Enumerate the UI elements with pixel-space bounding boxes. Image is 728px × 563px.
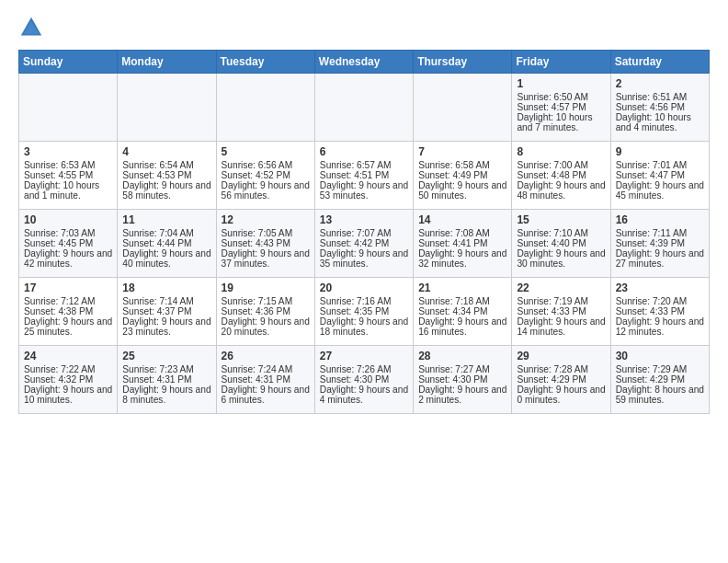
logo <box>18 15 48 40</box>
day-cell: 16Sunrise: 7:11 AMSunset: 4:39 PMDayligh… <box>610 210 709 278</box>
day-cell <box>118 74 216 142</box>
day-info: Daylight: 9 hours and 10 minutes. <box>24 385 112 405</box>
day-info: Daylight: 9 hours and 6 minutes. <box>222 385 310 405</box>
day-cell: 14Sunrise: 7:08 AMSunset: 4:41 PMDayligh… <box>414 210 512 278</box>
day-info: Sunset: 4:39 PM <box>616 238 704 248</box>
day-info: Sunset: 4:29 PM <box>517 374 605 385</box>
day-cell: 23Sunrise: 7:20 AMSunset: 4:33 PMDayligh… <box>610 278 709 346</box>
day-cell: 4Sunrise: 6:54 AMSunset: 4:53 PMDaylight… <box>118 142 216 210</box>
week-row-4: 17Sunrise: 7:12 AMSunset: 4:38 PMDayligh… <box>19 278 710 346</box>
col-header-friday: Friday <box>512 51 610 74</box>
page: SundayMondayTuesdayWednesdayThursdayFrid… <box>0 0 728 423</box>
day-number: 23 <box>616 282 704 294</box>
day-info: Sunset: 4:34 PM <box>418 306 506 316</box>
day-number: 24 <box>24 350 112 362</box>
day-info: Daylight: 9 hours and 16 minutes. <box>418 316 506 337</box>
day-info: Sunrise: 7:24 AM <box>222 364 310 374</box>
day-info: Sunrise: 7:07 AM <box>320 228 408 238</box>
day-info: Sunrise: 6:58 AM <box>418 160 506 170</box>
day-info: Daylight: 9 hours and 42 minutes. <box>24 248 112 269</box>
day-info: Sunrise: 7:29 AM <box>616 364 704 374</box>
day-info: Daylight: 9 hours and 45 minutes. <box>616 180 704 201</box>
day-cell: 11Sunrise: 7:04 AMSunset: 4:44 PMDayligh… <box>118 210 216 278</box>
day-info: Sunrise: 7:27 AM <box>418 364 506 374</box>
week-row-3: 10Sunrise: 7:03 AMSunset: 4:45 PMDayligh… <box>19 210 710 278</box>
day-info: Daylight: 10 hours and 4 minutes. <box>616 112 704 132</box>
week-row-2: 3Sunrise: 6:53 AMSunset: 4:55 PMDaylight… <box>19 142 710 210</box>
day-info: Sunrise: 7:14 AM <box>122 296 210 306</box>
day-info: Sunrise: 7:05 AM <box>222 228 310 238</box>
day-info: Sunrise: 7:11 AM <box>616 228 704 238</box>
day-cell <box>216 74 314 142</box>
day-info: Daylight: 10 hours and 1 minute. <box>24 180 112 201</box>
day-info: Sunrise: 6:53 AM <box>24 160 112 170</box>
day-info: Sunset: 4:40 PM <box>517 238 605 248</box>
day-info: Sunrise: 7:18 AM <box>418 296 506 306</box>
day-info: Sunset: 4:33 PM <box>616 306 704 316</box>
day-info: Sunset: 4:49 PM <box>418 170 506 180</box>
day-cell: 8Sunrise: 7:00 AMSunset: 4:48 PMDaylight… <box>512 142 610 210</box>
day-info: Daylight: 9 hours and 8 minutes. <box>122 385 210 405</box>
day-cell: 9Sunrise: 7:01 AMSunset: 4:47 PMDaylight… <box>610 142 709 210</box>
day-info: Daylight: 9 hours and 32 minutes. <box>418 248 506 269</box>
day-cell: 1Sunrise: 6:50 AMSunset: 4:57 PMDaylight… <box>512 74 610 142</box>
day-info: Sunset: 4:31 PM <box>122 374 210 385</box>
day-info: Sunset: 4:41 PM <box>418 238 506 248</box>
col-header-tuesday: Tuesday <box>216 51 314 74</box>
col-header-wednesday: Wednesday <box>314 51 413 74</box>
day-info: Sunrise: 7:28 AM <box>517 364 605 374</box>
day-info: Sunset: 4:56 PM <box>616 102 704 112</box>
day-cell: 29Sunrise: 7:28 AMSunset: 4:29 PMDayligh… <box>512 346 610 414</box>
day-info: Sunset: 4:33 PM <box>517 306 605 316</box>
day-number: 14 <box>418 213 506 226</box>
day-cell: 15Sunrise: 7:10 AMSunset: 4:40 PMDayligh… <box>512 210 610 278</box>
day-cell: 7Sunrise: 6:58 AMSunset: 4:49 PMDaylight… <box>414 142 512 210</box>
day-number: 12 <box>222 213 310 226</box>
col-header-thursday: Thursday <box>414 51 512 74</box>
day-info: Daylight: 9 hours and 48 minutes. <box>517 180 605 201</box>
day-info: Daylight: 9 hours and 58 minutes. <box>122 180 210 201</box>
day-number: 26 <box>222 350 310 362</box>
day-info: Sunset: 4:30 PM <box>320 374 408 385</box>
day-info: Sunset: 4:31 PM <box>222 374 310 385</box>
day-cell: 17Sunrise: 7:12 AMSunset: 4:38 PMDayligh… <box>19 278 118 346</box>
day-info: Daylight: 9 hours and 37 minutes. <box>222 248 310 269</box>
col-header-saturday: Saturday <box>610 51 709 74</box>
generalblue-logo-icon <box>18 15 44 40</box>
day-number: 11 <box>122 213 210 226</box>
day-info: Daylight: 9 hours and 25 minutes. <box>24 316 112 337</box>
week-row-5: 24Sunrise: 7:22 AMSunset: 4:32 PMDayligh… <box>19 346 710 414</box>
day-info: Daylight: 9 hours and 4 minutes. <box>320 385 408 405</box>
day-info: Daylight: 9 hours and 12 minutes. <box>616 316 704 337</box>
day-number: 5 <box>222 145 310 158</box>
day-number: 27 <box>320 350 408 362</box>
day-cell: 30Sunrise: 7:29 AMSunset: 4:29 PMDayligh… <box>610 346 709 414</box>
day-info: Sunrise: 6:54 AM <box>122 160 210 170</box>
day-info: Sunrise: 6:56 AM <box>222 160 310 170</box>
day-info: Sunset: 4:52 PM <box>222 170 310 180</box>
day-info: Sunrise: 7:22 AM <box>24 364 112 374</box>
day-info: Sunset: 4:48 PM <box>517 170 605 180</box>
day-info: Sunset: 4:45 PM <box>24 238 112 248</box>
day-info: Sunset: 4:44 PM <box>122 238 210 248</box>
day-number: 6 <box>320 145 408 158</box>
day-cell: 27Sunrise: 7:26 AMSunset: 4:30 PMDayligh… <box>314 346 413 414</box>
day-info: Sunset: 4:51 PM <box>320 170 408 180</box>
day-info: Sunrise: 7:26 AM <box>320 364 408 374</box>
day-info: Daylight: 9 hours and 30 minutes. <box>517 248 605 269</box>
day-number: 10 <box>24 213 112 226</box>
day-info: Sunrise: 6:57 AM <box>320 160 408 170</box>
day-cell: 20Sunrise: 7:16 AMSunset: 4:35 PMDayligh… <box>314 278 413 346</box>
day-number: 19 <box>222 282 310 294</box>
day-cell: 13Sunrise: 7:07 AMSunset: 4:42 PMDayligh… <box>314 210 413 278</box>
day-info: Sunset: 4:38 PM <box>24 306 112 316</box>
day-cell: 24Sunrise: 7:22 AMSunset: 4:32 PMDayligh… <box>19 346 118 414</box>
day-cell <box>314 74 413 142</box>
week-row-1: 1Sunrise: 6:50 AMSunset: 4:57 PMDaylight… <box>19 74 710 142</box>
day-info: Sunrise: 7:23 AM <box>122 364 210 374</box>
day-cell: 19Sunrise: 7:15 AMSunset: 4:36 PMDayligh… <box>216 278 314 346</box>
day-info: Sunset: 4:57 PM <box>517 102 605 112</box>
day-info: Sunset: 4:47 PM <box>616 170 704 180</box>
day-info: Daylight: 9 hours and 50 minutes. <box>418 180 506 201</box>
day-info: Sunset: 4:30 PM <box>418 374 506 385</box>
